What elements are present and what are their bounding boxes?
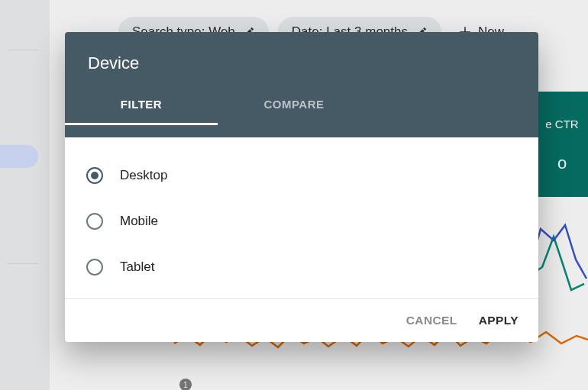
tab-filter[interactable]: FILTER	[65, 98, 218, 125]
tab-compare[interactable]: COMPARE	[218, 98, 370, 125]
modal-header: Device FILTER COMPARE	[65, 32, 538, 137]
modal-body: Desktop Mobile Tablet	[65, 137, 538, 298]
radio-icon	[86, 167, 103, 184]
radio-option-mobile[interactable]: Mobile	[86, 198, 517, 244]
cancel-button[interactable]: CANCEL	[406, 314, 457, 327]
radio-icon	[86, 213, 103, 230]
radio-label: Desktop	[120, 168, 167, 183]
modal-footer: CANCEL APPLY	[65, 298, 538, 342]
radio-icon	[86, 259, 103, 276]
radio-option-desktop[interactable]: Desktop	[86, 153, 517, 198]
radio-label: Tablet	[120, 259, 154, 275]
apply-button[interactable]: APPLY	[479, 314, 519, 327]
radio-option-tablet[interactable]: Tablet	[86, 244, 517, 290]
device-filter-modal: Device FILTER COMPARE Desktop Mobile Tab…	[65, 32, 538, 342]
radio-label: Mobile	[120, 214, 158, 229]
modal-title: Device	[65, 32, 538, 73]
modal-tabs: FILTER COMPARE	[65, 98, 538, 125]
